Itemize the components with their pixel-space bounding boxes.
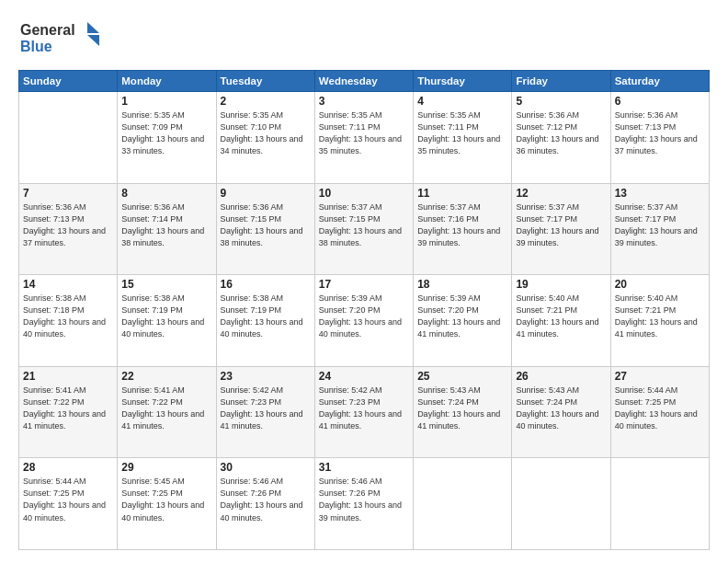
- calendar-cell: 22Sunrise: 5:41 AMSunset: 7:22 PMDayligh…: [118, 366, 216, 458]
- calendar-cell: 14Sunrise: 5:38 AMSunset: 7:18 PMDayligh…: [19, 275, 118, 367]
- calendar-week-row: 1Sunrise: 5:35 AMSunset: 7:09 PMDaylight…: [19, 92, 710, 184]
- calendar-cell: 9Sunrise: 5:36 AMSunset: 7:15 PMDaylight…: [216, 183, 314, 275]
- weekday-header-cell: Thursday: [414, 71, 512, 92]
- day-number: 25: [417, 370, 507, 383]
- day-number: 24: [319, 370, 409, 383]
- day-info: Sunrise: 5:35 AMSunset: 7:09 PMDaylight:…: [121, 109, 211, 157]
- day-number: 3: [319, 95, 409, 108]
- day-number: 8: [121, 187, 211, 200]
- day-number: 12: [516, 187, 606, 200]
- day-info: Sunrise: 5:44 AMSunset: 7:25 PMDaylight:…: [23, 476, 113, 523]
- day-info: Sunrise: 5:46 AMSunset: 7:26 PMDaylight:…: [221, 476, 311, 523]
- day-number: 15: [121, 278, 211, 291]
- calendar-cell: 16Sunrise: 5:38 AMSunset: 7:19 PMDayligh…: [216, 275, 314, 367]
- calendar-cell: [512, 458, 610, 550]
- calendar-cell: 21Sunrise: 5:41 AMSunset: 7:22 PMDayligh…: [19, 366, 118, 458]
- calendar-cell: 19Sunrise: 5:40 AMSunset: 7:21 PMDayligh…: [512, 275, 610, 367]
- day-number: 5: [516, 95, 606, 108]
- page: General Blue SundayMondayTuesdayWednesda…: [0, 0, 728, 563]
- day-info: Sunrise: 5:37 AMSunset: 7:17 PMDaylight:…: [516, 201, 606, 249]
- day-number: 21: [23, 370, 113, 383]
- weekday-header-cell: Friday: [512, 71, 610, 92]
- calendar-cell: 18Sunrise: 5:39 AMSunset: 7:20 PMDayligh…: [414, 275, 512, 367]
- weekday-header-cell: Saturday: [610, 71, 709, 92]
- day-info: Sunrise: 5:42 AMSunset: 7:23 PMDaylight:…: [221, 385, 311, 432]
- calendar-cell: 23Sunrise: 5:42 AMSunset: 7:23 PMDayligh…: [216, 366, 314, 458]
- svg-marker-3: [87, 35, 99, 46]
- day-number: 23: [221, 370, 311, 383]
- logo-area: General Blue: [18, 17, 101, 61]
- day-number: 17: [319, 278, 409, 291]
- day-info: Sunrise: 5:35 AMSunset: 7:11 PMDaylight:…: [417, 109, 507, 157]
- calendar-cell: 27Sunrise: 5:44 AMSunset: 7:25 PMDayligh…: [610, 366, 709, 458]
- day-number: 10: [319, 187, 409, 200]
- weekday-header-cell: Wednesday: [314, 71, 413, 92]
- calendar-cell: [414, 458, 512, 550]
- logo: General Blue: [18, 17, 101, 61]
- day-number: 29: [121, 461, 211, 474]
- day-number: 18: [417, 278, 507, 291]
- calendar-cell: 24Sunrise: 5:42 AMSunset: 7:23 PMDayligh…: [314, 366, 413, 458]
- day-number: 11: [417, 187, 507, 200]
- calendar-cell: 6Sunrise: 5:36 AMSunset: 7:13 PMDaylight…: [610, 92, 709, 184]
- day-info: Sunrise: 5:35 AMSunset: 7:11 PMDaylight:…: [319, 109, 409, 157]
- weekday-header-cell: Monday: [118, 71, 216, 92]
- calendar-cell: 1Sunrise: 5:35 AMSunset: 7:09 PMDaylight…: [118, 92, 216, 184]
- weekday-header-cell: Sunday: [19, 71, 118, 92]
- day-info: Sunrise: 5:38 AMSunset: 7:18 PMDaylight:…: [23, 293, 113, 340]
- day-info: Sunrise: 5:42 AMSunset: 7:23 PMDaylight:…: [319, 385, 409, 432]
- day-info: Sunrise: 5:44 AMSunset: 7:25 PMDaylight:…: [615, 385, 705, 432]
- day-info: Sunrise: 5:36 AMSunset: 7:12 PMDaylight:…: [516, 109, 606, 157]
- day-number: 14: [23, 278, 113, 291]
- day-info: Sunrise: 5:41 AMSunset: 7:22 PMDaylight:…: [23, 385, 113, 432]
- day-info: Sunrise: 5:36 AMSunset: 7:13 PMDaylight:…: [615, 109, 705, 157]
- day-number: 16: [221, 278, 311, 291]
- day-number: 20: [615, 278, 705, 291]
- day-info: Sunrise: 5:39 AMSunset: 7:20 PMDaylight:…: [319, 293, 409, 340]
- calendar-cell: 20Sunrise: 5:40 AMSunset: 7:21 PMDayligh…: [610, 275, 709, 367]
- calendar-cell: 28Sunrise: 5:44 AMSunset: 7:25 PMDayligh…: [19, 458, 118, 550]
- day-info: Sunrise: 5:36 AMSunset: 7:14 PMDaylight:…: [121, 201, 211, 249]
- calendar-body: 1Sunrise: 5:35 AMSunset: 7:09 PMDaylight…: [19, 92, 710, 550]
- calendar-cell: 10Sunrise: 5:37 AMSunset: 7:15 PMDayligh…: [314, 183, 413, 275]
- weekday-header: SundayMondayTuesdayWednesdayThursdayFrid…: [19, 71, 710, 92]
- day-info: Sunrise: 5:40 AMSunset: 7:21 PMDaylight:…: [516, 293, 606, 340]
- day-number: 31: [319, 461, 409, 474]
- svg-text:Blue: Blue: [20, 39, 52, 54]
- day-info: Sunrise: 5:38 AMSunset: 7:19 PMDaylight:…: [121, 293, 211, 340]
- calendar-cell: 7Sunrise: 5:36 AMSunset: 7:13 PMDaylight…: [19, 183, 118, 275]
- day-info: Sunrise: 5:41 AMSunset: 7:22 PMDaylight:…: [121, 385, 211, 432]
- calendar-cell: 15Sunrise: 5:38 AMSunset: 7:19 PMDayligh…: [118, 275, 216, 367]
- day-info: Sunrise: 5:35 AMSunset: 7:10 PMDaylight:…: [221, 109, 311, 157]
- calendar-table: SundayMondayTuesdayWednesdayThursdayFrid…: [18, 70, 710, 550]
- weekday-header-cell: Tuesday: [216, 71, 314, 92]
- day-number: 27: [615, 370, 705, 383]
- calendar-cell: 11Sunrise: 5:37 AMSunset: 7:16 PMDayligh…: [414, 183, 512, 275]
- calendar-cell: 25Sunrise: 5:43 AMSunset: 7:24 PMDayligh…: [414, 366, 512, 458]
- calendar-cell: 3Sunrise: 5:35 AMSunset: 7:11 PMDaylight…: [314, 92, 413, 184]
- svg-text:General: General: [20, 22, 75, 38]
- day-info: Sunrise: 5:45 AMSunset: 7:25 PMDaylight:…: [121, 476, 211, 523]
- header: General Blue: [18, 17, 710, 61]
- day-info: Sunrise: 5:46 AMSunset: 7:26 PMDaylight:…: [319, 476, 409, 523]
- day-number: 9: [221, 187, 311, 200]
- svg-marker-2: [87, 22, 99, 33]
- day-number: 13: [615, 187, 705, 200]
- calendar-cell: 31Sunrise: 5:46 AMSunset: 7:26 PMDayligh…: [314, 458, 413, 550]
- day-info: Sunrise: 5:36 AMSunset: 7:13 PMDaylight:…: [23, 201, 113, 249]
- day-number: 28: [23, 461, 113, 474]
- calendar-cell: [610, 458, 709, 550]
- calendar-week-row: 21Sunrise: 5:41 AMSunset: 7:22 PMDayligh…: [19, 366, 710, 458]
- calendar-cell: 29Sunrise: 5:45 AMSunset: 7:25 PMDayligh…: [118, 458, 216, 550]
- day-number: 7: [23, 187, 113, 200]
- calendar-week-row: 7Sunrise: 5:36 AMSunset: 7:13 PMDaylight…: [19, 183, 710, 275]
- day-info: Sunrise: 5:37 AMSunset: 7:16 PMDaylight:…: [417, 201, 507, 249]
- day-number: 2: [221, 95, 311, 108]
- day-number: 30: [221, 461, 311, 474]
- day-number: 6: [615, 95, 705, 108]
- calendar-cell: 17Sunrise: 5:39 AMSunset: 7:20 PMDayligh…: [314, 275, 413, 367]
- day-info: Sunrise: 5:38 AMSunset: 7:19 PMDaylight:…: [221, 293, 311, 340]
- calendar-week-row: 14Sunrise: 5:38 AMSunset: 7:18 PMDayligh…: [19, 275, 710, 367]
- day-info: Sunrise: 5:43 AMSunset: 7:24 PMDaylight:…: [516, 385, 606, 432]
- calendar-cell: 30Sunrise: 5:46 AMSunset: 7:26 PMDayligh…: [216, 458, 314, 550]
